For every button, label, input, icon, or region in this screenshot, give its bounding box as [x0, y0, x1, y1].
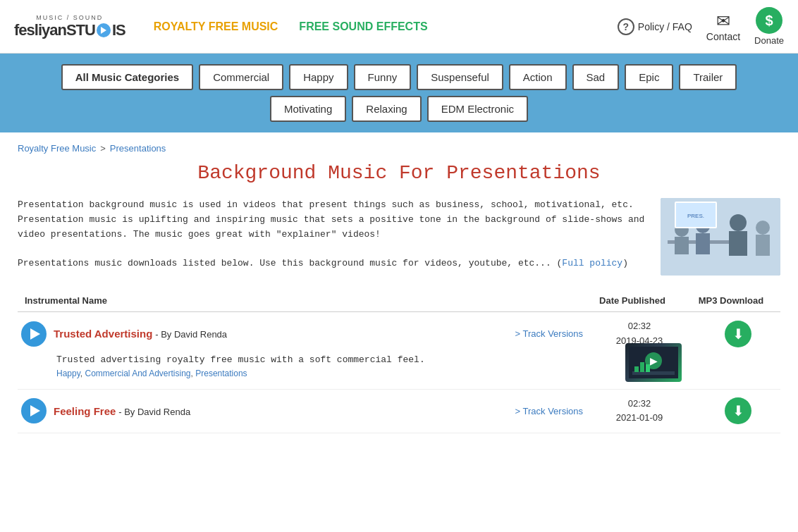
svg-rect-10 — [756, 235, 770, 256]
donate-icon: $ — [756, 7, 782, 34]
col-header-name: Instrumental Name — [25, 295, 576, 306]
breadcrumb: Royalty Free Music > Presentations — [18, 143, 780, 154]
category-row-1: All Music Categories Commercial Happy Fu… — [14, 64, 784, 90]
track-date: 02:32 2021-01-09 — [583, 397, 696, 426]
description-image: PRES. — [661, 198, 780, 276]
logo[interactable]: MUSIC / SOUND fesliyanSTU IS — [14, 14, 125, 39]
breadcrumb-current[interactable]: Presentations — [110, 143, 166, 154]
cat-epic[interactable]: Epic — [625, 64, 673, 90]
download-icon: ⬇ — [725, 321, 751, 347]
download-icon: ⬇ — [725, 397, 751, 424]
tag-presentations[interactable]: Presentations — [195, 369, 247, 378]
col-header-download: MP3 Download — [689, 295, 773, 306]
download-arrow-icon: ⬇ — [732, 327, 744, 341]
cat-relaxing[interactable]: Relaxing — [352, 96, 421, 122]
track-author: - By David Renda — [155, 329, 227, 340]
description-para-2: Presentations music downloads listed bel… — [18, 256, 646, 271]
logo-tagline: MUSIC / SOUND — [14, 14, 125, 21]
policy-faq-link[interactable]: ? Policy / FAQ — [618, 18, 692, 35]
breadcrumb-separator: > — [100, 143, 106, 154]
track-versions-link[interactable]: > Track Versions — [515, 328, 583, 339]
nav-links: ROYALTY FREE MUSIC FREE SOUND EFFECTS — [154, 20, 618, 33]
full-policy-link[interactable]: Full policy — [562, 258, 622, 268]
col-header-date: Date Published — [576, 295, 689, 306]
content-area: Royalty Free Music > Presentations Backg… — [0, 132, 798, 444]
tag-happy[interactable]: Happy — [56, 369, 80, 378]
tag-commercial[interactable]: Commercial And Advertising — [85, 369, 190, 378]
svg-text:PRES.: PRES. — [687, 213, 704, 219]
svg-rect-4 — [675, 237, 689, 254]
cat-action[interactable]: Action — [509, 64, 567, 90]
logo-play-icon — [97, 23, 111, 37]
play-button[interactable] — [21, 321, 47, 347]
track-info: Feeling Free - By David Renda — [54, 405, 501, 417]
nav-royalty-free-music[interactable]: ROYALTY FREE MUSIC — [154, 20, 278, 33]
track-author: - By David Renda — [118, 407, 190, 417]
description-text: Presentation background music is used in… — [18, 198, 646, 276]
cat-funny[interactable]: Funny — [354, 64, 412, 90]
description-para-1: Presentation background music is used in… — [18, 198, 646, 242]
track-title[interactable]: Trusted Advertising — [54, 328, 152, 340]
donate-label: Donate — [754, 35, 784, 46]
contact-label: Contact — [706, 31, 740, 42]
presentation-image: PRES. — [661, 198, 780, 276]
cat-sad[interactable]: Sad — [572, 64, 620, 90]
svg-point-9 — [756, 221, 770, 235]
cat-trailer[interactable]: Trailer — [679, 64, 737, 90]
description-area: Presentation background music is used in… — [18, 198, 780, 276]
svg-rect-18 — [634, 366, 639, 372]
category-row-2: Motivating Relaxing EDM Electronic — [14, 96, 784, 122]
track-duration: 02:32 — [583, 319, 696, 334]
header-right: ? Policy / FAQ ✉ Contact $ Donate — [618, 7, 784, 46]
svg-rect-19 — [640, 362, 644, 372]
site-header: MUSIC / SOUND fesliyanSTU IS ROYALTY FRE… — [0, 0, 798, 54]
nav-free-sound-effects[interactable]: FREE SOUND EFFECTS — [299, 20, 427, 33]
cat-happy[interactable]: Happy — [289, 64, 348, 90]
contact-link[interactable]: ✉ Contact — [706, 11, 740, 42]
play-button[interactable] — [21, 398, 47, 423]
logo-text: fesliyanSTU IS — [14, 21, 125, 39]
policy-icon: ? — [618, 18, 634, 35]
track-thumbnail: ▶ — [625, 343, 682, 382]
table-header: Instrumental Name Date Published MP3 Dow… — [18, 290, 780, 312]
track-duration: 02:32 — [583, 397, 696, 412]
breadcrumb-home[interactable]: Royalty Free Music — [18, 143, 96, 154]
cat-all-music[interactable]: All Music Categories — [61, 64, 194, 90]
contact-icon: ✉ — [716, 11, 730, 31]
track-info: Trusted Advertising - By David Renda — [54, 328, 501, 340]
svg-rect-8 — [729, 231, 747, 256]
donate-button[interactable]: $ Donate — [754, 7, 784, 46]
cat-edm-electronic[interactable]: EDM Electronic — [427, 96, 528, 122]
page-title: Background Music For Presentations — [18, 162, 780, 184]
svg-rect-6 — [696, 233, 710, 254]
svg-text:▶: ▶ — [650, 355, 658, 366]
svg-rect-20 — [646, 364, 650, 372]
download-button[interactable]: ⬇ — [696, 321, 780, 347]
cat-suspenseful[interactable]: Suspenseful — [417, 64, 503, 90]
track-versions-link[interactable]: > Track Versions — [515, 406, 583, 416]
cat-motivating[interactable]: Motivating — [270, 96, 346, 122]
track-title[interactable]: Feeling Free — [54, 405, 116, 417]
track-row: Trusted Advertising - By David Renda > T… — [18, 312, 780, 390]
track-main-row: Feeling Free - By David Renda > Track Ve… — [18, 397, 780, 426]
policy-faq-label: Policy / FAQ — [638, 21, 692, 32]
cat-commercial[interactable]: Commercial — [199, 64, 283, 90]
track-publish-date: 2021-01-09 — [583, 411, 696, 426]
download-button[interactable]: ⬇ — [696, 397, 780, 424]
track-row: Feeling Free - By David Renda > Track Ve… — [18, 390, 780, 434]
category-bar: All Music Categories Commercial Happy Fu… — [0, 54, 798, 132]
svg-point-7 — [730, 214, 747, 231]
download-arrow-icon: ⬇ — [732, 404, 744, 418]
